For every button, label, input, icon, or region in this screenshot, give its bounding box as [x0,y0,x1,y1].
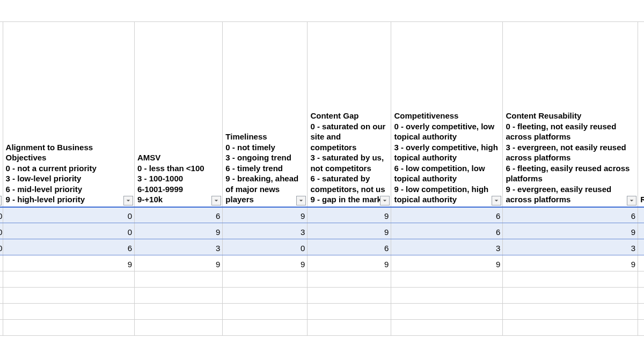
filter-dropdown[interactable] [0,196,2,205]
cell[interactable]: 3 [391,239,503,255]
cell[interactable] [391,304,503,320]
table-row[interactable] [0,304,644,320]
cell[interactable] [638,288,644,304]
table-row[interactable] [0,320,644,336]
filter-dropdown[interactable] [296,196,306,205]
cell[interactable] [638,239,644,255]
cell[interactable] [503,320,638,336]
filter-dropdown[interactable] [211,196,221,205]
cell[interactable]: 0 [3,223,134,239]
col-header-competitiveness[interactable]: Competitiveness0 - overly competitive, l… [391,22,503,207]
chevron-down-icon [494,199,499,203]
cell[interactable] [638,320,644,336]
cell[interactable]: 3 [503,239,638,255]
cell[interactable] [223,288,308,304]
cell[interactable] [135,271,223,288]
cell[interactable]: 0 [3,207,134,223]
header-text: Competitiveness0 - overly competitive, l… [394,111,497,204]
chevron-down-icon [214,199,218,203]
cell[interactable] [638,271,644,288]
cell[interactable] [638,304,644,320]
cell[interactable] [308,304,391,320]
col-header-alignment[interactable]: Alignment to Business Objectives0 - not … [3,22,134,207]
cell[interactable]: 9 [308,207,391,223]
cell[interactable] [503,271,638,288]
cell[interactable] [3,320,134,336]
cell[interactable]: 6 [3,239,134,255]
cell[interactable] [223,304,308,320]
cell[interactable] [135,304,223,320]
table-row[interactable] [0,271,644,288]
cell[interactable]: 9 [308,223,391,239]
cell[interactable]: 3 [135,239,223,255]
col-header-timeliness[interactable]: Timeliness0 - not timely3 - ongoing tren… [223,22,308,207]
cell[interactable] [223,271,308,288]
cell[interactable]: 0 [223,239,308,255]
cell[interactable] [223,320,308,336]
chevron-down-icon [630,199,634,203]
cell[interactable]: 9 [223,255,308,271]
table-row[interactable]: 0 0 6 9 9 6 6 [0,207,644,223]
cell[interactable] [391,320,503,336]
filter-dropdown[interactable] [492,196,501,205]
cell[interactable] [503,288,638,304]
cell[interactable] [308,288,391,304]
cell[interactable]: 6 [135,207,223,223]
col-header-amsv[interactable]: AMSV0 - less than <1003 - 100-10006-1001… [135,22,223,207]
header-text: Content Reusability0 - fleeting, not eas… [506,111,630,204]
chevron-down-icon [299,199,303,203]
cell[interactable] [638,207,644,223]
cell[interactable] [3,304,134,320]
header-text: R [640,194,644,205]
cell[interactable] [135,288,223,304]
table-row[interactable]: 0 6 3 0 6 3 3 [0,239,644,255]
cell[interactable]: 9 [391,255,503,271]
chevron-down-icon [126,199,130,203]
header-text: AMSV0 - less than <1003 - 100-10006-1001… [137,153,204,204]
cell[interactable] [391,288,503,304]
col-header-clip-right[interactable]: R [638,22,644,207]
cell[interactable]: 6 [391,207,503,223]
cell[interactable]: 3 [223,223,308,239]
spreadsheet-table[interactable]: Alignment to Business Objectives0 - not … [0,21,644,336]
cell[interactable] [391,271,503,288]
cell[interactable] [638,255,644,271]
cell[interactable]: 9 [223,207,308,223]
cell[interactable]: 6 [503,207,638,223]
cell[interactable]: 9 [503,223,638,239]
cell[interactable]: 9 [3,255,134,271]
filter-dropdown[interactable] [123,196,133,205]
filter-dropdown[interactable] [380,196,390,205]
header-text: Content Gap0 - saturated on our site and… [310,111,389,204]
cell[interactable]: 9 [135,223,223,239]
table-row[interactable] [0,288,644,304]
cell[interactable] [3,288,134,304]
cell[interactable]: 6 [391,223,503,239]
cell[interactable] [3,271,134,288]
cell[interactable] [638,223,644,239]
cell[interactable] [503,304,638,320]
header-text: Timeliness0 - not timely3 - ongoing tren… [225,132,298,204]
table-row[interactable]: 0 0 9 3 9 6 9 [0,223,644,239]
cell[interactable]: 9 [503,255,638,271]
chevron-down-icon [383,199,387,203]
cell[interactable] [308,320,391,336]
cell[interactable] [135,320,223,336]
cell[interactable]: 6 [308,239,391,255]
cell[interactable] [308,271,391,288]
table-row[interactable]: 9 9 9 9 9 9 [0,255,644,271]
header-row: Alignment to Business Objectives0 - not … [0,22,644,207]
col-header-reusability[interactable]: Content Reusability0 - fleeting, not eas… [503,22,638,207]
filter-dropdown[interactable] [627,196,636,205]
cell[interactable]: 9 [308,255,391,271]
header-text: Alignment to Business Objectives0 - not … [6,143,97,204]
col-header-content-gap[interactable]: Content Gap0 - saturated on our site and… [308,22,391,207]
cell[interactable]: 9 [135,255,223,271]
